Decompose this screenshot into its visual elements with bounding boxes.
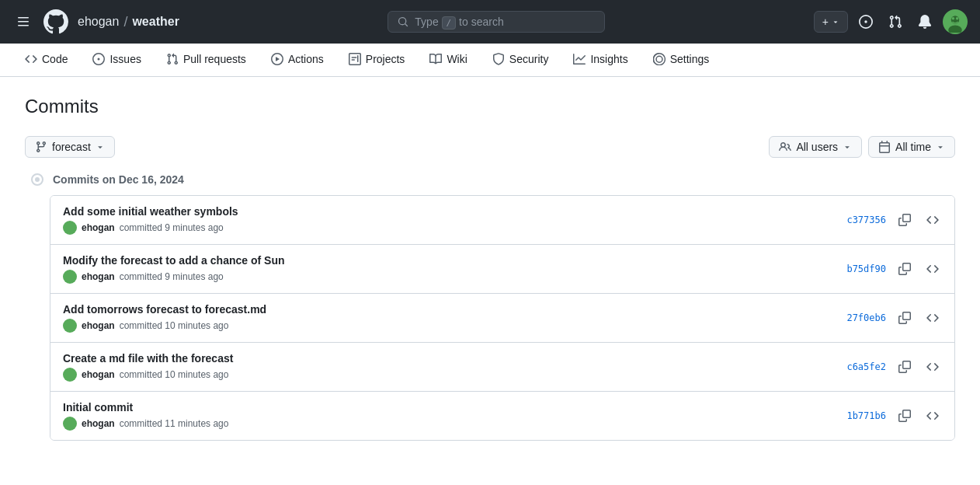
avatar [63,270,77,284]
commit-message: Create a md file with the forecast [63,352,846,365]
branch-chevron-icon [96,142,105,152]
github-logo[interactable] [43,9,68,34]
hamburger-icon [17,16,30,28]
commit-hash[interactable]: b75df90 [846,263,886,274]
commit-hash[interactable]: 27f0eb6 [846,312,886,323]
users-chevron-icon [843,142,852,152]
issue-icon [92,53,105,65]
new-button[interactable]: + [814,11,848,33]
avatar [63,319,77,333]
svg-point-1 [951,16,960,24]
commit-time: committed 9 minutes ago [120,271,224,282]
commit-info: Add tomorrows forecast to forecast.md eh… [63,303,846,333]
commit-author[interactable]: ehogan [82,320,115,331]
insights-icon [573,53,586,65]
header-left: ehogan / weather [12,9,179,34]
actions-icon [271,53,283,65]
commit-actions: c377356 [846,211,942,229]
all-time-button[interactable]: All time [868,136,955,158]
commit-message: Add tomorrows forecast to forecast.md [63,303,846,316]
avatar-icon [944,11,966,33]
table-row: Modify the forecast to add a chance of S… [50,245,954,294]
copy-icon [898,263,911,275]
copy-icon [898,410,911,422]
users-icon [779,141,791,153]
all-users-label: All users [796,141,838,153]
code-icon [25,53,37,65]
pr-tab-icon [166,53,179,65]
copy-hash-button[interactable] [895,406,914,425]
timeline-dot-inner [35,177,40,182]
hamburger-button[interactable] [12,11,34,33]
commits-list: Add some initial weather symbols ehogan … [50,195,955,441]
commit-hash[interactable]: c6a5fe2 [846,361,886,372]
commit-actions: 1b771b6 [846,406,942,425]
avatar [63,221,77,235]
tab-pull-requests[interactable]: Pull requests [154,44,259,76]
tab-settings[interactable]: Settings [641,44,722,76]
timeline: Commits on Dec 16, 2024 Add some initial… [25,173,955,441]
commit-meta: ehogan committed 10 minutes ago [63,368,846,382]
copy-hash-button[interactable] [895,260,914,278]
search-placeholder-text: Type / to search [415,16,595,28]
controls-right: All users All time [769,136,955,158]
table-row: Add tomorrows forecast to forecast.md eh… [50,294,954,343]
tab-projects[interactable]: Projects [336,44,418,76]
tab-code[interactable]: Code [12,44,80,76]
commit-author[interactable]: ehogan [82,369,115,380]
commit-message: Add some initial weather symbols [63,205,846,218]
commit-actions: 27f0eb6 [846,309,942,327]
commit-info: Create a md file with the forecast ehoga… [63,352,846,382]
security-icon [492,53,505,65]
breadcrumb-repo[interactable]: weather [132,15,179,29]
branch-icon [35,141,47,153]
browse-files-button[interactable] [923,211,942,229]
tab-security[interactable]: Security [480,44,561,76]
notifications-btn[interactable] [913,10,937,33]
projects-icon [349,53,361,65]
copy-icon [898,214,911,226]
svg-point-3 [952,17,955,20]
commit-info: Add some initial weather symbols ehogan … [63,205,846,235]
code-browse-icon [926,263,939,275]
avatar[interactable] [943,9,968,34]
commit-hash[interactable]: c377356 [846,215,886,225]
calendar-icon [878,141,891,153]
commit-author[interactable]: ehogan [82,418,115,429]
avatar [63,417,77,431]
search-bar: Type / to search [192,11,801,33]
commit-author[interactable]: ehogan [82,222,115,233]
issues-icon-btn[interactable] [854,10,877,33]
tab-insights[interactable]: Insights [561,44,640,76]
git-pull-request-icon [888,15,902,29]
tab-wiki[interactable]: Wiki [417,44,479,76]
pr-icon-btn[interactable] [884,10,907,33]
browse-files-button[interactable] [923,260,942,278]
code-browse-icon [926,410,939,422]
breadcrumb-owner[interactable]: ehogan [78,15,119,29]
tab-issues[interactable]: Issues [80,44,153,76]
all-users-button[interactable]: All users [769,136,862,158]
commit-actions: c6a5fe2 [846,358,942,376]
commit-meta: ehogan committed 9 minutes ago [63,270,846,284]
bell-icon [918,15,932,29]
tab-actions[interactable]: Actions [259,44,336,76]
copy-hash-button[interactable] [895,211,914,229]
commit-author[interactable]: ehogan [82,271,115,282]
commit-hash[interactable]: 1b771b6 [846,410,886,421]
header-right: + [814,9,968,34]
branch-selector-button[interactable]: forecast [25,136,115,158]
copy-hash-button[interactable] [895,358,914,376]
branch-name: forecast [52,141,91,153]
search-wrapper[interactable]: Type / to search [387,11,605,33]
github-mark-icon [43,9,68,34]
copy-hash-button[interactable] [895,309,914,327]
commit-time: committed 10 minutes ago [120,369,229,380]
browse-files-button[interactable] [923,358,942,376]
commit-meta: ehogan committed 9 minutes ago [63,221,846,235]
commit-message: Initial commit [63,401,846,413]
browse-files-button[interactable] [923,406,942,425]
browse-files-button[interactable] [923,309,942,327]
commit-message: Modify the forecast to add a chance of S… [63,254,846,267]
timeline-date: Commits on Dec 16, 2024 [53,173,184,186]
